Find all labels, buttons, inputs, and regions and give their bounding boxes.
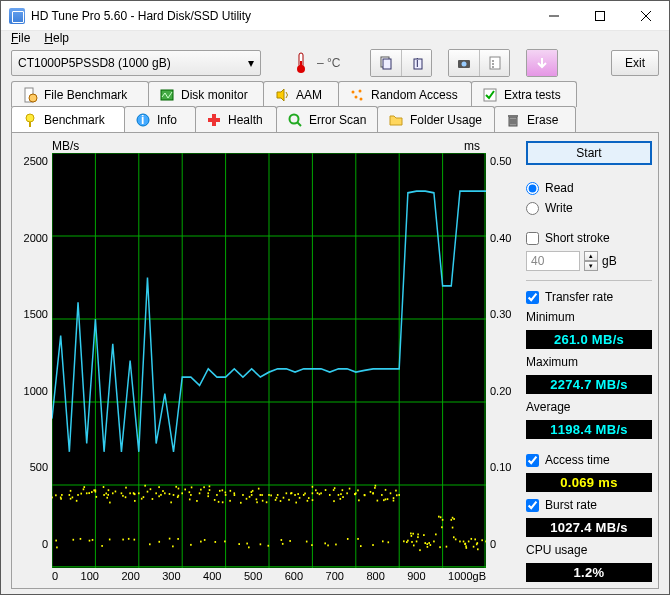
- access-time-checkbox[interactable]: [526, 454, 539, 467]
- svg-rect-206: [312, 499, 314, 501]
- close-icon: [641, 11, 651, 21]
- svg-rect-148: [209, 489, 211, 491]
- maximize-button[interactable]: [577, 1, 623, 31]
- minimize-button[interactable]: [531, 1, 577, 31]
- close-button[interactable]: [623, 1, 669, 31]
- spin-up-icon[interactable]: ▴: [584, 251, 598, 261]
- tab-file-benchmark[interactable]: File Benchmark: [11, 81, 149, 107]
- tab-info[interactable]: iInfo: [124, 106, 196, 132]
- transfer-rate-checkbox[interactable]: [526, 291, 539, 304]
- short-stroke-input[interactable]: [526, 251, 580, 271]
- svg-rect-132: [178, 495, 180, 497]
- menu-help[interactable]: Help: [44, 31, 69, 45]
- svg-rect-296: [471, 538, 473, 540]
- health-icon: [206, 112, 222, 128]
- tab-extra-tests[interactable]: Extra tests: [471, 81, 577, 107]
- radio-write-input[interactable]: [526, 202, 539, 215]
- y-axis-label: MB/s: [52, 139, 79, 153]
- start-button[interactable]: Start: [526, 141, 652, 165]
- svg-rect-165: [242, 494, 244, 496]
- svg-line-32: [297, 122, 301, 126]
- svg-rect-290: [459, 541, 461, 543]
- copy-info-button[interactable]: i: [401, 50, 431, 76]
- svg-rect-142: [200, 489, 202, 491]
- svg-rect-163: [230, 490, 232, 492]
- check-burst-rate[interactable]: Burst rate: [526, 498, 652, 512]
- burst-rate-checkbox[interactable]: [526, 499, 539, 512]
- toolbar-group-3: [526, 49, 558, 77]
- menubar: File Help: [1, 31, 669, 45]
- svg-rect-150: [216, 494, 218, 496]
- svg-rect-85: [103, 494, 105, 496]
- svg-rect-282: [441, 526, 443, 528]
- access-time-dots: [52, 485, 486, 551]
- svg-rect-123: [169, 493, 171, 495]
- tab-error-scan[interactable]: Error Scan: [276, 106, 378, 132]
- svg-rect-299: [464, 543, 466, 545]
- access-value: 0.069 ms: [526, 473, 652, 492]
- svg-rect-187: [275, 499, 277, 501]
- svg-rect-88: [106, 497, 108, 499]
- svg-rect-185: [277, 494, 279, 496]
- radio-write[interactable]: Write: [526, 201, 652, 215]
- svg-rect-194: [282, 543, 284, 545]
- short-stroke-checkbox[interactable]: [526, 232, 539, 245]
- svg-rect-177: [262, 500, 264, 502]
- svg-point-22: [355, 95, 358, 98]
- svg-rect-1: [596, 11, 605, 20]
- svg-rect-136: [189, 498, 191, 500]
- tab-random-access[interactable]: Random Access: [338, 81, 472, 107]
- svg-rect-146: [207, 495, 209, 497]
- save-button[interactable]: [527, 50, 557, 76]
- svg-rect-159: [224, 541, 226, 543]
- svg-rect-218: [325, 489, 327, 491]
- tab-health[interactable]: Health: [195, 106, 277, 132]
- check-transfer-rate[interactable]: Transfer rate: [526, 290, 652, 304]
- cpu-value: 1.2%: [526, 563, 652, 582]
- device-label: CT1000P5PSSD8 (1000 gB): [18, 56, 171, 70]
- svg-rect-133: [184, 489, 186, 491]
- svg-rect-196: [288, 499, 290, 501]
- aam-icon: [274, 87, 290, 103]
- menu-file[interactable]: File: [11, 31, 30, 45]
- svg-rect-174: [248, 546, 250, 548]
- exit-button[interactable]: Exit: [611, 50, 659, 76]
- svg-rect-157: [222, 489, 224, 491]
- device-dropdown[interactable]: CT1000P5PSSD8 (1000 gB) ▾: [11, 50, 261, 76]
- copy-button[interactable]: [371, 50, 401, 76]
- transfer-rate-line: [52, 191, 486, 452]
- radio-read[interactable]: Read: [526, 181, 652, 195]
- stroke-unit-label: gB: [602, 254, 617, 268]
- radio-read-input[interactable]: [526, 182, 539, 195]
- short-stroke-spinner[interactable]: ▴▾: [584, 251, 598, 271]
- check-access-time[interactable]: Access time: [526, 453, 652, 467]
- svg-rect-247: [377, 500, 379, 502]
- options-button[interactable]: [479, 50, 509, 76]
- svg-rect-176: [256, 501, 258, 503]
- tab-folder-usage[interactable]: Folder Usage: [377, 106, 495, 132]
- svg-rect-61: [61, 494, 63, 496]
- tab-benchmark[interactable]: Benchmark: [11, 106, 125, 132]
- screenshot-button[interactable]: [449, 50, 479, 76]
- tab-aam[interactable]: AAM: [263, 81, 339, 107]
- svg-rect-211: [319, 493, 321, 495]
- svg-rect-114: [149, 543, 151, 545]
- svg-rect-223: [340, 493, 342, 495]
- svg-rect-242: [374, 487, 376, 489]
- svg-rect-303: [473, 546, 475, 548]
- toolbar-group-2: [448, 49, 510, 77]
- svg-rect-279: [428, 542, 430, 544]
- svg-rect-238: [357, 489, 359, 491]
- svg-rect-226: [349, 488, 351, 490]
- tab-disk-monitor[interactable]: Disk monitor: [148, 81, 264, 107]
- svg-rect-276: [435, 533, 437, 535]
- svg-rect-251: [383, 499, 385, 501]
- chevron-down-icon: ▾: [248, 56, 254, 70]
- svg-rect-297: [474, 538, 476, 540]
- svg-rect-239: [360, 545, 362, 547]
- tab-erase[interactable]: Erase: [494, 106, 576, 132]
- spin-down-icon[interactable]: ▾: [584, 261, 598, 271]
- svg-rect-91: [107, 494, 109, 496]
- check-short-stroke[interactable]: Short stroke: [526, 231, 652, 245]
- svg-rect-269: [413, 544, 415, 546]
